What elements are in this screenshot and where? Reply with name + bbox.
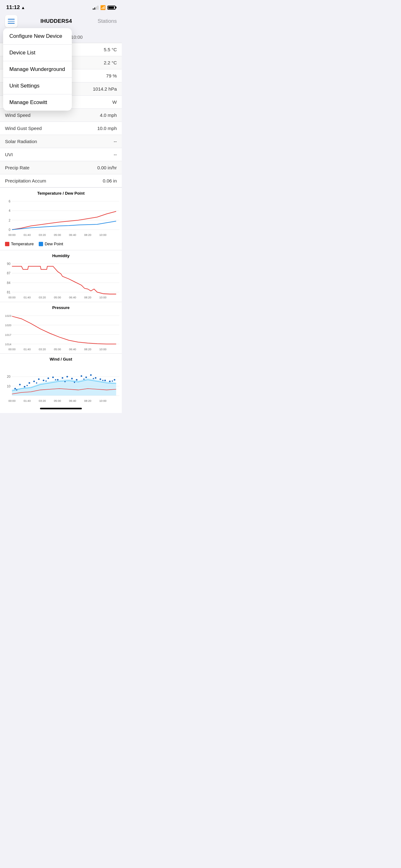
table-row: Wind Speed 4.0 mph xyxy=(0,109,122,122)
svg-text:87: 87 xyxy=(7,272,11,275)
table-row: Precipitation Accum 0.06 in xyxy=(0,174,122,187)
row-value-10: 0.06 in xyxy=(103,178,117,183)
svg-text:1014: 1014 xyxy=(5,343,11,346)
svg-point-72 xyxy=(114,379,115,380)
svg-text:08:20: 08:20 xyxy=(84,296,92,299)
row-value-3: 1014.2 hPa xyxy=(93,86,117,92)
svg-point-64 xyxy=(76,379,77,380)
svg-point-56 xyxy=(38,378,40,380)
svg-point-79 xyxy=(74,382,75,383)
svg-point-76 xyxy=(45,380,46,382)
temp-dewpoint-legend: Temperature Dew Point xyxy=(0,239,122,250)
svg-point-81 xyxy=(93,378,94,379)
svg-text:00:00: 00:00 xyxy=(8,348,15,351)
table-row: UVI -- xyxy=(0,148,122,161)
menu-item-wunderground[interactable]: Manage Wunderground xyxy=(3,61,72,78)
svg-text:05:00: 05:00 xyxy=(54,296,61,299)
svg-point-73 xyxy=(16,389,17,391)
svg-point-62 xyxy=(67,376,68,377)
temp-dewpoint-area: 6 4 2 0 00:00 01:40 03:20 05:00 06:40 08… xyxy=(2,198,119,239)
menu-item-unit-settings[interactable]: Unit Settings xyxy=(3,78,72,94)
menu-item-device-list[interactable]: Device List xyxy=(3,45,72,61)
humidity-area: 90 87 84 81 00:00 01:40 03:20 05:00 06:4… xyxy=(2,260,119,302)
row-label-8: UVI xyxy=(5,152,13,157)
menu-line-2 xyxy=(8,21,15,22)
svg-text:06:40: 06:40 xyxy=(69,296,76,299)
svg-text:2: 2 xyxy=(9,219,11,222)
row-value-2: 79 % xyxy=(106,73,117,79)
temp-dewpoint-chart: Temperature / Dew Point 6 4 2 0 00:00 01… xyxy=(0,187,122,250)
menu-item-ecowitt[interactable]: Manage Ecowitt xyxy=(3,94,72,111)
row-value-8: -- xyxy=(114,152,117,157)
svg-text:03:20: 03:20 xyxy=(39,296,46,299)
svg-point-71 xyxy=(109,380,110,382)
dropdown-overlay: Configure New Device Device List Manage … xyxy=(0,31,122,187)
svg-text:03:20: 03:20 xyxy=(39,234,46,237)
legend-temp-label: Temperature xyxy=(11,242,34,246)
pressure-svg: 1023 1020 1017 1014 00:00 01:40 03:20 05… xyxy=(2,312,119,353)
stations-button[interactable]: Stations xyxy=(95,18,117,24)
pressure-area: 1023 1020 1017 1014 00:00 01:40 03:20 05… xyxy=(2,312,119,353)
svg-text:08:20: 08:20 xyxy=(84,399,92,402)
row-label-10: Precipitation Accum xyxy=(5,178,46,183)
row-label-9: Precip Rate xyxy=(5,165,29,170)
svg-point-59 xyxy=(52,376,54,378)
svg-point-70 xyxy=(104,380,106,381)
humidity-chart: Humidity 90 87 84 81 00:00 01:40 03:20 0… xyxy=(0,250,122,302)
wind-gust-title: Wind / Gust xyxy=(0,357,122,362)
svg-text:20: 20 xyxy=(7,375,11,379)
svg-point-78 xyxy=(64,381,66,382)
row-value-5: 4.0 mph xyxy=(100,113,117,118)
row-value-1: 2.2 °C xyxy=(104,60,117,65)
svg-text:05:00: 05:00 xyxy=(54,234,61,237)
svg-text:10:00: 10:00 xyxy=(99,348,106,351)
nav-title: IHUDDERS4 xyxy=(41,18,72,24)
svg-text:00:00: 00:00 xyxy=(8,296,15,299)
home-bar xyxy=(40,408,82,409)
wind-gust-area: 20 10 xyxy=(2,364,119,405)
svg-point-61 xyxy=(62,377,63,379)
svg-text:08:20: 08:20 xyxy=(84,348,92,351)
row-value-0: 5.5 °C xyxy=(104,47,117,52)
row-label-5: Wind Speed xyxy=(5,113,31,118)
svg-point-67 xyxy=(90,374,92,376)
svg-text:06:40: 06:40 xyxy=(69,399,76,402)
wind-gust-svg: 20 10 xyxy=(2,364,119,405)
status-time: 11:12 ▲ xyxy=(6,4,25,11)
svg-text:10:00: 10:00 xyxy=(99,296,106,299)
wifi-icon: 📶 xyxy=(100,5,106,10)
status-icons: 📶 xyxy=(93,5,115,10)
signal-icon xyxy=(93,5,98,10)
battery-icon xyxy=(107,6,115,10)
svg-point-66 xyxy=(85,376,87,378)
table-row: Solar Radiation -- xyxy=(0,135,122,148)
svg-text:10:00: 10:00 xyxy=(99,399,106,402)
legend-temp: Temperature xyxy=(5,242,34,246)
svg-point-74 xyxy=(27,385,28,386)
humidity-title: Humidity xyxy=(0,253,122,258)
svg-text:01:40: 01:40 xyxy=(24,399,31,402)
svg-text:4: 4 xyxy=(9,209,11,213)
legend-dew-label: Dew Point xyxy=(45,242,63,246)
svg-point-77 xyxy=(55,379,56,380)
svg-text:0: 0 xyxy=(9,228,11,231)
legend-dew: Dew Point xyxy=(39,242,63,246)
svg-point-60 xyxy=(57,379,58,380)
svg-point-83 xyxy=(112,380,113,382)
svg-text:90: 90 xyxy=(7,262,11,266)
svg-text:03:20: 03:20 xyxy=(39,348,46,351)
svg-text:81: 81 xyxy=(7,291,11,294)
svg-point-75 xyxy=(36,382,37,384)
menu-button[interactable] xyxy=(5,15,18,28)
menu-item-configure[interactable]: Configure New Device xyxy=(3,28,72,45)
row-value-4: W xyxy=(112,99,117,105)
svg-text:06:40: 06:40 xyxy=(69,234,76,237)
svg-text:1023: 1023 xyxy=(5,314,11,317)
svg-text:05:00: 05:00 xyxy=(54,348,61,351)
row-value-7: -- xyxy=(114,139,117,144)
svg-text:06:40: 06:40 xyxy=(69,348,76,351)
svg-text:01:40: 01:40 xyxy=(24,348,31,351)
temp-dewpoint-title: Temperature / Dew Point xyxy=(0,191,122,195)
legend-dew-color xyxy=(39,242,43,246)
svg-point-65 xyxy=(80,375,82,377)
